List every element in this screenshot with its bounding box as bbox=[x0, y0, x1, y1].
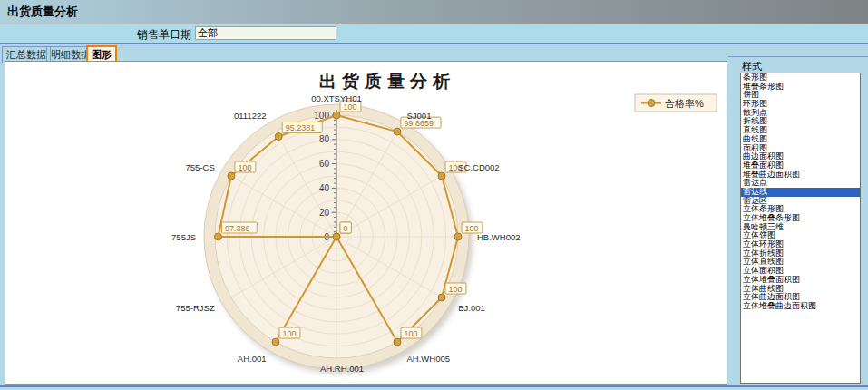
axis-tick-label: 40 bbox=[319, 183, 330, 193]
data-point bbox=[394, 128, 401, 135]
chart-legend: 合格率% bbox=[635, 94, 717, 112]
data-point bbox=[228, 172, 235, 180]
value-label: 100 bbox=[238, 163, 251, 172]
category-label: 0111222 bbox=[234, 111, 267, 121]
style-panel-title: 样式 bbox=[742, 60, 762, 73]
filter-bar: 销售单日期 bbox=[0, 24, 868, 44]
bottom-divider bbox=[0, 385, 868, 390]
category-label: 755-CS bbox=[186, 162, 215, 172]
value-label: 100 bbox=[449, 285, 463, 294]
value-label: 95.2381 bbox=[286, 123, 316, 132]
category-label: AH.001 bbox=[238, 354, 267, 364]
data-point bbox=[333, 112, 340, 119]
style-option[interactable]: 立体堆叠曲边面积图 bbox=[741, 302, 860, 311]
page-title: 出货质量分析 bbox=[0, 4, 78, 20]
radar-chart: 02040608010010099.8659100100100100010009… bbox=[5, 62, 727, 384]
data-point bbox=[272, 338, 279, 346]
value-label: 97.386 bbox=[225, 224, 250, 233]
data-point bbox=[438, 172, 445, 180]
axis-tick-label: 20 bbox=[319, 208, 330, 218]
axis-tick-label: 60 bbox=[319, 159, 330, 169]
window-title-bar: 出货质量分析 bbox=[0, 0, 868, 24]
value-label: 100 bbox=[283, 329, 297, 338]
chart-panel: 02040608010010099.8659100100100100010009… bbox=[5, 61, 727, 385]
category-label: SJ001 bbox=[407, 111, 432, 121]
category-label: 755JS bbox=[171, 232, 196, 242]
sales-date-label: 销售单日期 bbox=[137, 27, 191, 43]
category-label: 755-RJSZ bbox=[176, 303, 215, 313]
style-listbox[interactable]: 条形图堆叠条形图饼图环形图散列点折线图直线图曲线图面积图曲边面积图堆叠面积图堆叠… bbox=[740, 73, 861, 384]
sidebar-divider bbox=[728, 56, 868, 57]
legend-label: 合格率% bbox=[665, 98, 704, 109]
value-label: 100 bbox=[405, 329, 418, 338]
value-label: 100 bbox=[465, 224, 479, 233]
category-label: HB.WH002 bbox=[477, 232, 521, 242]
axis-tick-label: 80 bbox=[319, 134, 330, 144]
sales-date-input[interactable] bbox=[195, 26, 336, 40]
category-label: SC.CD002 bbox=[458, 162, 499, 172]
value-label: 100 bbox=[344, 102, 357, 112]
data-point bbox=[394, 338, 401, 346]
data-point bbox=[275, 132, 282, 140]
category-label: AH.RH.001 bbox=[320, 364, 364, 374]
data-point bbox=[333, 233, 340, 240]
chart-title: 出货质量分析 bbox=[319, 72, 455, 91]
value-label: 0 bbox=[344, 224, 348, 233]
data-point bbox=[454, 233, 462, 240]
category-label: 00.XTSYH01 bbox=[311, 93, 361, 103]
category-label: AH.WH005 bbox=[407, 354, 451, 364]
category-label: BJ.001 bbox=[458, 303, 485, 313]
data-point bbox=[215, 233, 222, 240]
data-point bbox=[438, 294, 445, 301]
legend-marker-icon bbox=[648, 100, 655, 107]
tab-bar: 汇总数据 明细数据 图形 bbox=[0, 44, 868, 61]
